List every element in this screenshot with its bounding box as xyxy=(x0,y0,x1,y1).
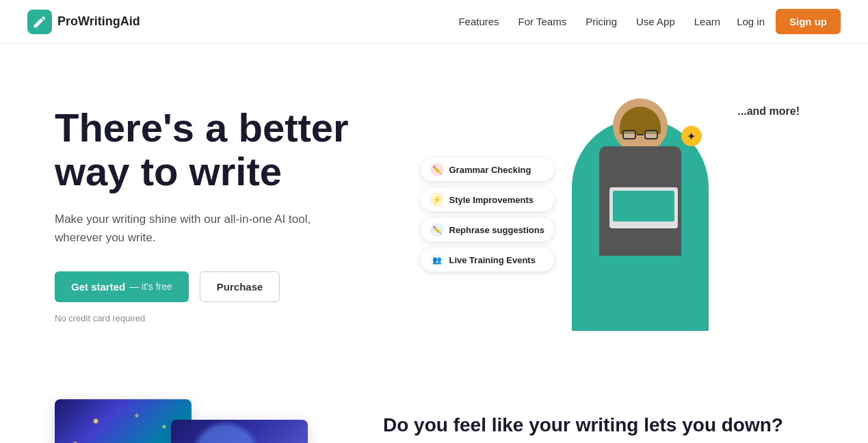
nav-features[interactable]: Features xyxy=(458,16,499,27)
laptop-graphic xyxy=(609,187,678,228)
nav-learn[interactable]: Learn xyxy=(694,16,720,27)
pill-rephrase: ✏️ Rephrase suggestions xyxy=(421,218,554,241)
hero-subtitle: Make your writing shine with our all-in-… xyxy=(55,210,328,247)
pill-training: 👥 Live Training Events xyxy=(421,248,554,271)
pill-style: ⚡ Style Improvements xyxy=(421,188,554,211)
feature-pills: ✏️ Grammar Checking ⚡ Style Improvements… xyxy=(421,158,554,271)
login-button[interactable]: Log in xyxy=(737,16,765,27)
training-icon: 👥 xyxy=(430,253,444,267)
nav-pricing[interactable]: Pricing xyxy=(586,16,617,27)
section-two-content: Do you feel like your writing lets you d… xyxy=(383,399,813,443)
nav-for-teams[interactable]: For Teams xyxy=(518,16,567,27)
section-two-heading: Do you feel like your writing lets you d… xyxy=(383,413,813,438)
logo-link[interactable]: ProWritingAid xyxy=(27,10,140,34)
pencil-icon xyxy=(32,14,47,29)
rephrase-icon: ✏️ xyxy=(430,223,444,237)
hero-title: There's a better way to write xyxy=(55,106,434,193)
hero-section: There's a better way to write Make your … xyxy=(0,44,868,372)
glasses-right xyxy=(644,130,658,139)
section-two: My idea in my head Do you feel like your… xyxy=(0,372,868,443)
glasses xyxy=(622,130,658,139)
hero-buttons: Get started — it's free Purchase xyxy=(55,271,434,302)
pill-grammar: ✏️ Grammar Checking xyxy=(421,158,554,181)
navbar: ProWritingAid Features For Teams Pricing… xyxy=(0,0,868,44)
glasses-left xyxy=(622,130,636,139)
star-badge: ✦ xyxy=(681,126,702,146)
grammar-icon: ✏️ xyxy=(430,163,444,176)
person-head xyxy=(613,98,668,153)
nav-use-app[interactable]: Use App xyxy=(636,16,675,27)
artwork-card-front xyxy=(171,420,308,443)
get-started-button[interactable]: Get started — it's free xyxy=(55,271,189,302)
nav-links: Features For Teams Pricing Use App Learn xyxy=(458,16,720,28)
person-graphic: ✦ xyxy=(558,85,722,331)
artwork-stack: My idea in my head xyxy=(55,399,315,443)
hero-content: There's a better way to write Make your … xyxy=(55,106,434,323)
signup-button[interactable]: Sign up xyxy=(776,9,841,34)
person-body xyxy=(599,146,681,256)
nav-actions: Log in Sign up xyxy=(737,9,841,34)
hero-illustration: ✦ ✏️ Grammar Checking ⚡ Style Improvemen… xyxy=(434,85,814,345)
more-label: ...and more! xyxy=(737,105,800,118)
purchase-button[interactable]: Purchase xyxy=(200,271,280,302)
no-credit-card-text: No credit card required xyxy=(55,313,434,323)
brand-name: ProWritingAid xyxy=(57,14,140,29)
style-icon: ⚡ xyxy=(430,193,444,206)
glasses-bridge xyxy=(637,134,644,135)
artwork-area: My idea in my head xyxy=(55,399,328,443)
logo-icon xyxy=(27,10,52,34)
